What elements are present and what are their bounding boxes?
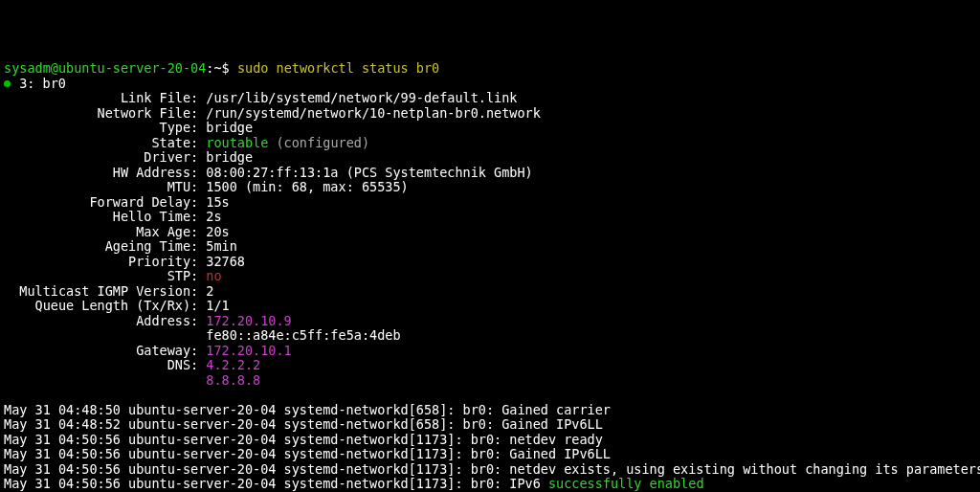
field-value: 172.20.10.9: [206, 313, 291, 328]
field-dns: DNS: 4.2.2.2: [4, 358, 976, 373]
prompt-line: sysadm@ubuntu-server-20-04:~$ sudo netwo…: [4, 61, 976, 77]
field-value: 1/1: [206, 298, 229, 313]
field-value: /run/systemd/network/10-netplan-br0.netw…: [206, 105, 541, 121]
field-forward-delay: Forward Delay: 15s: [4, 195, 976, 211]
field-value: 8.8.8.8: [206, 372, 260, 388]
iface-index: 3:: [11, 76, 43, 91]
field-label: STP:: [4, 268, 206, 283]
field-multicast-igmp-version: Multicast IGMP Version: 2: [4, 284, 976, 300]
field-label: HW Address:: [4, 165, 206, 180]
field-label: Link File:: [4, 90, 206, 105]
field-label: Hello Time:: [4, 209, 206, 224]
log-text: May 31 04:50:56 ubuntu-server-20-04 syst…: [4, 432, 603, 447]
field-value: /usr/lib/systemd/network/99-default.link: [206, 90, 517, 105]
log-status: successfully enabled: [548, 476, 704, 491]
terminal-output[interactable]: sysadm@ubuntu-server-20-04:~$ sudo netwo…: [4, 61, 976, 492]
iface-name: br0: [43, 76, 66, 91]
field-value: 2: [206, 283, 213, 299]
field-priority: Priority: 32768: [4, 255, 976, 270]
field-value-state: routable: [206, 135, 268, 150]
field-max-age: Max Age: 20s: [4, 225, 976, 240]
prompt-dir: :~$: [206, 60, 237, 76]
field-ageing-time: Ageing Time: 5min: [4, 239, 976, 255]
field-label: Address:: [4, 313, 206, 328]
field-value: 2s: [206, 209, 221, 224]
field-value: 4.2.2.2: [206, 357, 260, 372]
field-mtu: MTU: 1500 (min: 68, max: 65535): [4, 180, 976, 195]
log-line: May 31 04:48:50 ubuntu-server-20-04 syst…: [4, 403, 976, 418]
field-value: 172.20.10.1: [206, 343, 291, 358]
field-label: Forward Delay:: [4, 194, 206, 210]
log-line: May 31 04:50:56 ubuntu-server-20-04 syst…: [4, 433, 976, 448]
field-label: State:: [4, 135, 206, 150]
field-stp: STP: no: [4, 269, 976, 284]
prompt-host: ubuntu-server-20-04: [58, 60, 206, 76]
field-link-file: Link File: /usr/lib/systemd/network/99-d…: [4, 91, 976, 106]
field-value: 08:00:27:ff:13:1a (PCS Systemtechnik Gmb…: [206, 165, 532, 180]
field-value-state-extra: (configured): [268, 135, 369, 150]
field-label: Network File:: [4, 105, 206, 121]
field-network-file: Network File: /run/systemd/network/10-ne…: [4, 106, 976, 122]
log-text: May 31 04:50:56 ubuntu-server-20-04 syst…: [4, 476, 548, 491]
interface-header: 3: br0: [4, 77, 976, 92]
field-label: Multicast IGMP Version:: [4, 283, 206, 299]
field-value: 1500 (min: 68, max: 65535): [206, 179, 408, 194]
log-text: May 31 04:48:52 ubuntu-server-20-04 syst…: [4, 416, 603, 432]
field-type: Type: bridge: [4, 121, 976, 136]
field-label: Ageing Time:: [4, 238, 206, 254]
field-value: 32768: [206, 254, 245, 269]
field-queue-length-tx-rx-: Queue Length (Tx/Rx): 1/1: [4, 299, 976, 314]
prompt-user: sysadm: [4, 60, 51, 76]
field-value: 15s: [206, 194, 229, 210]
field-hello-time: Hello Time: 2s: [4, 210, 976, 225]
log-line: May 31 04:50:56 ubuntu-server-20-04 syst…: [4, 477, 976, 492]
prompt-sep: @: [51, 60, 58, 76]
log-line: May 31 04:50:56 ubuntu-server-20-04 syst…: [4, 462, 976, 478]
field-label: DNS:: [4, 357, 206, 372]
log-text: May 31 04:48:50 ubuntu-server-20-04 syst…: [4, 402, 611, 417]
blank-line: [4, 388, 976, 403]
field-label: Priority:: [4, 254, 206, 269]
field-label: MTU:: [4, 179, 206, 194]
field-value: fe80::a84e:c5ff:fe5a:4deb: [206, 327, 400, 343]
log-text: May 31 04:50:56 ubuntu-server-20-04 syst…: [4, 446, 611, 461]
field-driver: Driver: bridge: [4, 150, 976, 166]
status-dot-icon: [4, 80, 11, 87]
field-label: Gateway:: [4, 343, 206, 358]
field-label: Queue Length (Tx/Rx):: [4, 298, 206, 313]
field-gateway: Gateway: 172.20.10.1: [4, 344, 976, 359]
field-label: Type:: [4, 120, 206, 135]
field-continuation: 8.8.8.8: [4, 373, 976, 389]
field-value: 5min: [206, 238, 237, 254]
field-continuation: fe80::a84e:c5ff:fe5a:4deb: [4, 328, 976, 344]
field-hw-address: HW Address: 08:00:27:ff:13:1a (PCS Syste…: [4, 166, 976, 181]
field-value: bridge: [206, 120, 253, 135]
field-value: no: [206, 268, 221, 283]
log-line: May 31 04:50:56 ubuntu-server-20-04 syst…: [4, 447, 976, 462]
field-value: 20s: [206, 224, 229, 239]
log-text: May 31 04:50:56 ubuntu-server-20-04 syst…: [4, 461, 980, 477]
field-label: Max Age:: [4, 224, 206, 239]
log-line: May 31 04:48:52 ubuntu-server-20-04 syst…: [4, 417, 976, 433]
field-label: Driver:: [4, 149, 206, 165]
field-address: Address: 172.20.10.9: [4, 314, 976, 329]
command-text: sudo networkctl status br0: [237, 60, 439, 76]
field-value: bridge: [206, 149, 253, 165]
field-state: State: routable (configured): [4, 136, 976, 151]
